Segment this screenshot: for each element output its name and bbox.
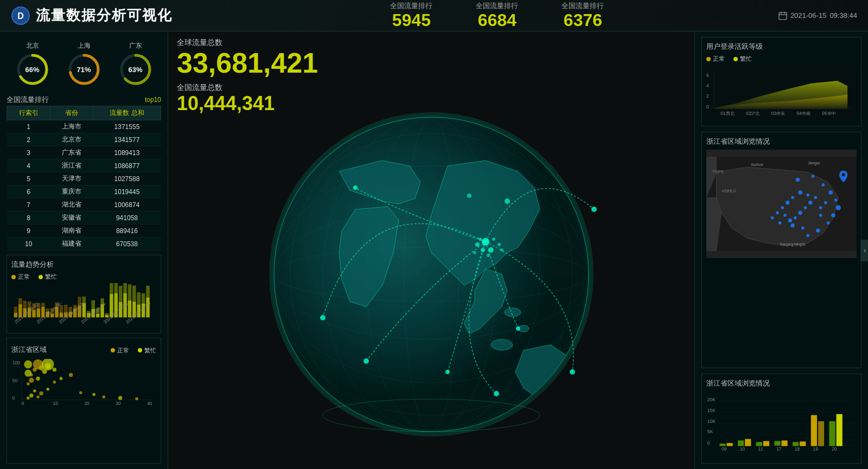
- panel-toggle-button[interactable]: ›: [860, 240, 868, 261]
- svg-text:10K: 10K: [707, 419, 716, 424]
- trend-bar-secondary: [137, 292, 141, 305]
- svg-rect-123: [756, 442, 762, 446]
- table-cell: 重庆市: [50, 185, 93, 198]
- scatter-dot: [46, 388, 49, 391]
- header-stat-item: 全国流量排行6684: [476, 1, 518, 30]
- table-row: 3广东省1089413: [7, 146, 161, 159]
- gauge-item: 广东 63%: [119, 41, 152, 86]
- table-cell: 10: [7, 237, 50, 250]
- gauge-city-label: 广东: [129, 41, 142, 50]
- svg-text:04华南: 04华南: [797, 111, 810, 116]
- svg-point-54: [500, 248, 503, 252]
- main-layout: 北京 66% 上海 71% 广东: [0, 31, 868, 469]
- gauge-item: 北京 66%: [16, 41, 49, 86]
- table-cell: 湖南省: [50, 224, 93, 237]
- svg-rect-124: [763, 441, 769, 446]
- header-stat-label: 全国流量排行: [390, 1, 432, 11]
- gauge-item: 上海 71%: [67, 41, 101, 86]
- activity-section: 用户登录活跃等级 正常繁忙 0 2 4 6: [701, 37, 861, 126]
- table-cell: 3: [7, 146, 50, 159]
- global-value1: 33,681,421: [177, 48, 686, 79]
- table-cell: 7: [7, 198, 50, 211]
- table-cell: 安徽省: [50, 211, 93, 224]
- svg-point-80: [836, 205, 841, 210]
- header-stat-value: 6684: [476, 11, 518, 30]
- svg-text:02沪北: 02沪北: [746, 111, 760, 116]
- header-stat-item: 全国流量排行6376: [561, 1, 604, 30]
- scatter-dot: [69, 373, 73, 377]
- table-cell: 上海市: [50, 120, 93, 133]
- zhejiang-map-svg: ANHUI Anging: [706, 150, 857, 258]
- svg-point-50: [492, 237, 495, 241]
- svg-text:Anging: Anging: [712, 169, 724, 174]
- ranking-table-body: 1上海市13715552北京市13415773广东省10894134浙江省108…: [7, 120, 161, 250]
- trend-section: 流量趋势分析 正常繁忙 2021-06-10-02-2021-06-10-06-…: [7, 255, 161, 333]
- trend-bar-secondary: [132, 286, 136, 302]
- gauges-row: 北京 66% 上海 71% 广东: [7, 37, 161, 88]
- scatter-dot: [24, 361, 32, 369]
- ranking-table-header-row: 行索引省份流量数 总和: [7, 106, 161, 120]
- legend-label: 正常: [18, 273, 30, 281]
- table-cell: 8: [7, 211, 50, 224]
- legend-dot: [39, 275, 43, 279]
- trend-bar: [37, 309, 41, 317]
- svg-point-84: [806, 234, 809, 237]
- datetime: 2021-06-15 09:38:44: [778, 11, 857, 20]
- svg-point-92: [806, 194, 809, 197]
- svg-text:15K: 15K: [707, 408, 716, 413]
- bottom-bar-section: 浙江省区域浏览情况 0 5K 10K 15K 20K: [701, 374, 861, 464]
- svg-text:17: 17: [776, 446, 782, 452]
- svg-text:0: 0: [12, 395, 15, 401]
- svg-text:20K: 20K: [707, 397, 716, 402]
- svg-point-105: [842, 173, 845, 176]
- scatter-dot: [103, 395, 106, 399]
- svg-text:Suzhou: Suzhou: [751, 163, 763, 166]
- gauge-city-label: 北京: [26, 41, 39, 50]
- trend-bar-secondary: [123, 283, 127, 293]
- trend-bar-secondary: [119, 286, 123, 302]
- svg-point-79: [834, 198, 838, 202]
- trend-bar: [96, 314, 100, 318]
- table-cell: 889416: [93, 224, 161, 237]
- scatter-dot: [27, 382, 30, 386]
- scatter-legend-dot: [138, 348, 142, 352]
- ranking-header: 全国流量排行 top10: [7, 95, 161, 105]
- svg-text:10: 10: [53, 401, 59, 406]
- ranking-subtitle: top10: [145, 96, 161, 104]
- scatter-dot: [92, 393, 95, 396]
- trend-bar-secondary: [105, 313, 109, 315]
- scatter-dot: [29, 378, 34, 383]
- svg-rect-128: [800, 441, 806, 446]
- scatter-dot: [36, 395, 40, 399]
- ranking-col-header: 省份: [50, 106, 93, 120]
- bar-chart-title: 浙江省区域浏览情况: [706, 378, 857, 388]
- header-stat-value: 5945: [390, 11, 432, 30]
- svg-rect-131: [829, 421, 835, 446]
- scatter-dot: [60, 377, 63, 380]
- table-row: 1上海市1371555: [7, 120, 161, 133]
- gauge-percent: 71%: [76, 66, 91, 74]
- svg-text:0: 0: [707, 440, 710, 446]
- svg-text:40: 40: [147, 401, 152, 406]
- svg-point-49: [475, 242, 480, 247]
- header-stat-item: 全国流量排行5945: [390, 1, 432, 30]
- svg-point-39: [591, 207, 597, 212]
- table-row: 2北京市1341577: [7, 133, 161, 146]
- svg-point-100: [771, 216, 774, 220]
- svg-text:11: 11: [758, 446, 763, 452]
- svg-point-85: [801, 227, 805, 230]
- svg-rect-122: [745, 439, 751, 446]
- scatter-legend-item: 繁忙: [138, 346, 156, 355]
- svg-point-43: [516, 326, 520, 331]
- table-cell: 1027588: [93, 172, 161, 185]
- svg-text:4: 4: [706, 83, 709, 88]
- svg-text:D: D: [17, 11, 24, 21]
- scatter-legend: 正常繁忙: [111, 346, 156, 355]
- gauge-percent: 63%: [128, 66, 142, 74]
- header: D 流量数据分析可视化 全国流量排行5945全国流量排行6684全国流量排行63…: [0, 0, 868, 31]
- scatter-dot: [53, 368, 56, 371]
- table-cell: 941058: [93, 211, 161, 224]
- svg-point-88: [798, 211, 802, 215]
- activity-legend: 正常繁忙: [706, 55, 857, 63]
- zhejiang-map-section: 浙江省区域浏览情况 ANHUI Anging: [701, 132, 861, 368]
